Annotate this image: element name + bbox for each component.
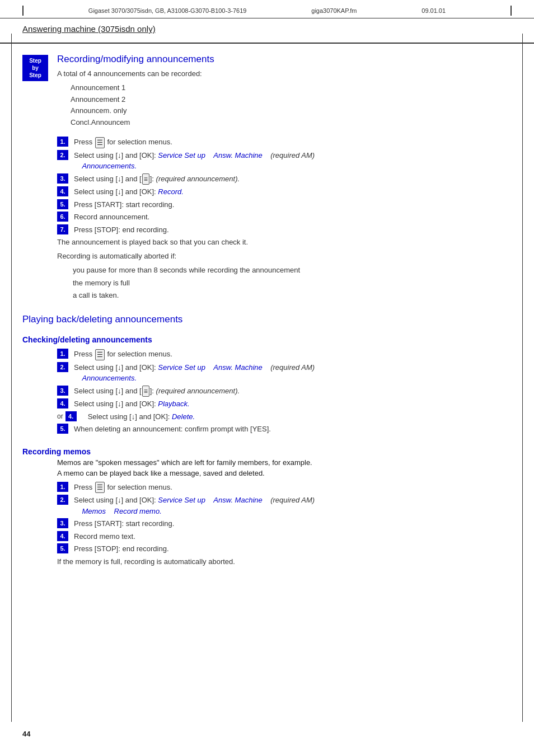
step-text-2: Select using [↓] and [OK]: Service Set u… [74,150,512,172]
main-content: Step by Step Recording/modifying announc… [0,44,534,593]
note-playback: The announcement is played back so that … [57,237,512,248]
step-row-1: 1. Press ☰ for selection menus. [57,137,512,148]
step-num-4: 4. [57,186,68,196]
section2-container: Playing back/deleting announcements [22,314,512,325]
header-left-mark [22,6,24,16]
page-title-section: Answering machine (3075isdn only) [0,18,534,44]
step-row-2: 2. Select using [↓] and [OK]: Service Se… [57,150,512,172]
note-abort: Recording is automatically aborted if: [57,251,512,262]
step-text-1: Press ☰ for selection menus. [74,137,512,148]
step-row-5: 5. Press [START]: start recording. [57,199,512,210]
s3-step-text-1: Press ☰ for selection menus. [74,349,512,360]
step-text-6: Record announcement. [74,212,512,223]
s3-step-text-4a: Select using [↓] and [OK]: Playback. [74,398,512,410]
s4-italic-required-am: (required AM) [270,496,315,504]
indent-pause: you pause for more than 8 seconds while … [73,265,512,276]
indent-call: a call is taken. [73,290,512,302]
step-num-2: 2. [57,150,68,160]
header-right-mark [510,6,512,16]
s4-step-num-4: 4. [57,531,68,541]
s4-step-row-5: 5. Press [STOP]: end recording. [57,543,512,555]
step-num-1: 1. [57,137,68,147]
section4-steps: 1. Press ☰ for selection menus. 2. Selec… [57,482,512,555]
step-num-7: 7. [57,224,68,234]
link-answ-machine: Answ. Machine [213,151,262,159]
s3-step-num-3: 3. [57,386,68,396]
section4-container: Recording memos [22,447,512,456]
announcement-list: Announcement 1 Announcement 2 Announcem.… [57,82,512,129]
s3-step-text-5: When deleting an announcement: confirm p… [74,424,512,435]
s4-step-row-1: 1. Press ☰ for selection menus. [57,482,512,494]
section4-intro2-text: A memo can be played back like a message… [57,469,265,477]
section1-heading: Recording/modifying announcements [57,54,512,65]
step-row-7: 7. Press [STOP]: end recording. [57,224,512,236]
page-number: 44 [22,730,30,738]
step-badge: Step by Step [22,55,48,81]
s3-step-text-3: Select using [↓] and [≡]: (required anno… [74,386,512,397]
header-text2: giga3070KAP.fm [311,7,357,14]
step-num-3: 3. [57,173,68,184]
s3-step-text-2: Select using [↓] and [OK]: Service Set u… [74,362,512,384]
page-title: Answering machine (3075isdn only) [22,24,156,34]
s4-menu-icon-1: ☰ [95,482,105,493]
section1-intro: A total of 4 announcements can be record… [57,68,512,80]
s4-step-row-2: 2. Select using [↓] and [OK]: Service Se… [57,495,512,516]
s3-menu-icon-1: ☰ [95,349,105,360]
step-num-5: 5. [57,199,68,209]
step-text-4: Select using [↓] and [OK]: Record. [74,186,512,198]
s3-step-num-2: 2. [57,362,68,372]
s3-link-service-set-up: Service Set up [158,363,205,372]
s3-italic-required-ann: (required announcement). [156,387,240,395]
step-text-7: Press [STOP]: end recording. [74,224,512,236]
step-text-3: Select using [↓] and [≡]: (required anno… [74,173,512,185]
s3-step-num-4b: 4. [65,411,77,421]
step-row-4: 4. Select using [↓] and [OK]: Record. [57,186,512,198]
step-row-3: 3. Select using [↓] and [≡]: (required a… [57,173,512,185]
s4-step-num-5: 5. [57,543,68,553]
section4-note: If the memory is full, recording is auto… [57,556,512,568]
s3-link-delete: Delete. [172,412,195,421]
step-text-5: Press [START]: start recording. [74,199,512,210]
s3-step-row-2: 2. Select using [↓] and [OK]: Service Se… [57,362,512,384]
italic-required-ann-3: (required announcement). [156,175,240,183]
link-record: Record. [158,187,184,196]
s3-step-num-4a: 4. [57,398,68,408]
section1-content: Recording/modifying announcements A tota… [57,54,512,132]
s4-step-num-3: 3. [57,518,68,528]
s3-link-answ-machine: Answ. Machine [213,363,262,372]
s3-step-row-4a: 4. Select using [↓] and [OK]: Playback. [57,398,512,410]
page-container: Gigaset 3070/3075isdn, GB, A31008-G3070-… [0,0,534,756]
s4-step-text-4: Record memo text. [74,531,512,542]
menu-icon: ☰ [95,137,105,148]
header-text1: Gigaset 3070/3075isdn, GB, A31008-G3070-… [88,7,247,14]
list-item: Concl.Announcem [71,117,512,129]
s4-link-answ-machine: Answ. Machine [213,496,262,504]
section3-container: Checking/deleting announcements [22,335,512,344]
s4-step-num-2: 2. [57,495,68,505]
header-text3: 09.01.01 [421,7,446,14]
italic-required-am: (required AM) [270,151,315,159]
list-item: Announcem. only [71,105,512,117]
s4-step-text-1: Press ☰ for selection menus. [74,482,512,494]
s4-link-record-memo: Record memo. [114,507,162,515]
s4-step-text-3: Press [START]: start recording. [74,518,512,529]
or-label: or [57,411,63,420]
s3-step-row-5: 5. When deleting an announcement: confir… [57,424,512,435]
s4-step-text-2: Select using [↓] and [OK]: Service Set u… [74,495,512,516]
link-announcements: Announcements. [82,162,137,170]
s3-step-row-1: 1. Press ☰ for selection menus. [57,349,512,360]
s3-step-row-4b: or 4. Select using [↓] and [OK]: Delete. [57,411,512,422]
section4-heading: Recording memos [22,447,512,456]
page-header: Gigaset 3070/3075isdn, GB, A31008-G3070-… [0,0,534,18]
s3-step-num-1: 1. [57,349,68,359]
list-item: Announcement 2 [71,94,512,106]
section1-steps: 1. Press ☰ for selection menus. 2. Selec… [57,137,512,235]
section4-intro1-text: Memos are "spoken messages" which are le… [57,458,312,467]
s4-step-row-4: 4. Record memo text. [57,531,512,542]
s4-link-service-set-up: Service Set up [158,496,205,504]
s4-step-text-5: Press [STOP]: end recording. [74,543,512,555]
s3-step-text-4b: Select using [↓] and [OK]: Delete. [88,411,512,422]
s4-step-num-1: 1. [57,482,68,492]
s3-link-playback: Playback. [158,400,189,408]
s3-step-num-5: 5. [57,424,68,434]
